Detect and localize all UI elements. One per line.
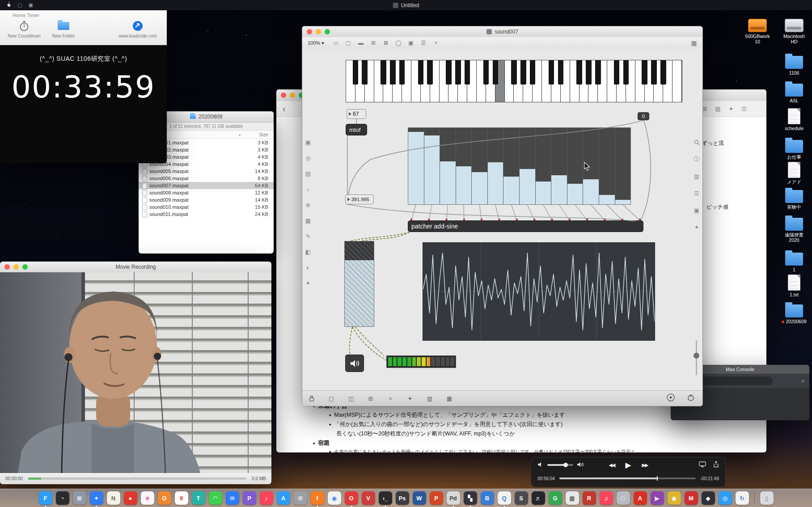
- zoom-dropdown[interactable]: 100% ▾: [302, 40, 328, 46]
- screen-icon[interactable]: ▢: [327, 394, 335, 402]
- toggle-icon[interactable]: ⊠: [382, 39, 390, 47]
- speaker-palette-icon[interactable]: ◧: [304, 248, 312, 256]
- piano-black-key[interactable]: [511, 60, 517, 84]
- finder-file-row[interactable]: sound008.maxpat12 KB: [139, 189, 274, 196]
- gain-fader[interactable]: [344, 241, 374, 327]
- dock-app-teal[interactable]: T: [192, 491, 205, 505]
- startwindow-speaker-button[interactable]: [345, 355, 364, 372]
- menu-extra-icon[interactable]: ▣: [28, 2, 33, 8]
- dock-terminal[interactable]: ›_: [379, 491, 392, 505]
- play-button[interactable]: ▶: [625, 461, 631, 470]
- button-icon[interactable]: ◯: [394, 39, 402, 47]
- audio-objects-icon[interactable]: ♪: [304, 185, 312, 193]
- dock-app-dark2[interactable]: S: [515, 491, 528, 505]
- dock-app-red[interactable]: ●: [124, 491, 137, 505]
- piano-black-key[interactable]: [530, 60, 536, 84]
- dock-quicktime[interactable]: Q: [498, 491, 511, 505]
- kslider-keyboard[interactable]: [346, 60, 682, 102]
- dock-mail[interactable]: ✉: [226, 491, 239, 505]
- recording-progress-bar[interactable]: [28, 477, 246, 480]
- piano-black-key[interactable]: [455, 60, 461, 84]
- message-box-icon[interactable]: ▬: [357, 39, 365, 47]
- dock-music[interactable]: ♪: [260, 491, 273, 505]
- desktop-icon-enkaku-jugyou[interactable]: 遠隔授業 2020: [778, 215, 810, 243]
- panel-icon[interactable]: ☰: [419, 39, 427, 47]
- dock-app-green[interactable]: G: [549, 491, 562, 505]
- dock-clock-app[interactable]: ◔: [56, 491, 69, 505]
- piano-black-key[interactable]: [642, 60, 647, 84]
- desktop-icon-meado[interactable]: メアド: [778, 162, 810, 185]
- traffic-lights[interactable]: [4, 264, 28, 270]
- grid-toggle-icon[interactable]: ▦: [690, 39, 698, 47]
- multislider[interactable]: [408, 127, 631, 205]
- favorites-icon[interactable]: ✦: [304, 279, 312, 287]
- website-link[interactable]: www.kiadcode.com: [113, 19, 162, 38]
- piano-black-key[interactable]: [381, 60, 386, 84]
- run-button[interactable]: [667, 393, 675, 403]
- new-countdown-button[interactable]: New Countdown: [4, 19, 44, 38]
- dock-app-store[interactable]: A: [277, 491, 290, 505]
- dock-calendar[interactable]: 9: [175, 491, 188, 505]
- video-progress-bar[interactable]: [559, 477, 696, 479]
- piano-black-key[interactable]: [651, 60, 657, 84]
- annotation-icon[interactable]: ✎: [304, 232, 312, 240]
- piano-black-key[interactable]: [576, 60, 582, 84]
- dock-notes[interactable]: N: [107, 491, 120, 505]
- grid-icon[interactable]: ⊞: [367, 394, 375, 402]
- add-object-icon[interactable]: +: [432, 39, 440, 47]
- dock-photoshop[interactable]: Ps: [396, 491, 409, 505]
- dock-launchpad[interactable]: ⊞: [73, 491, 86, 505]
- piano-black-key[interactable]: [595, 60, 601, 84]
- piano-black-key[interactable]: [362, 60, 368, 84]
- dock-app-gray[interactable]: □: [617, 491, 630, 505]
- sidebar-zoom-knob[interactable]: [694, 353, 699, 359]
- desktop-icon-macintosh-hd[interactable]: Macintosh HD: [778, 16, 810, 44]
- finder-file-row[interactable]: sound009.maxpat14 KB: [139, 196, 274, 203]
- dock-app-v[interactable]: V: [362, 491, 375, 505]
- dock-app-purple[interactable]: P: [243, 491, 256, 505]
- piano-black-key[interactable]: [586, 60, 592, 84]
- dock-opera[interactable]: O: [345, 491, 358, 505]
- dock-finder[interactable]: F: [39, 491, 52, 505]
- dock-system-preferences[interactable]: ⚙: [294, 491, 307, 505]
- dock-firefox[interactable]: f: [311, 491, 324, 505]
- dock-safari[interactable]: ✦: [90, 491, 103, 505]
- piano-white-key[interactable]: [672, 60, 682, 102]
- airplay-icon[interactable]: [699, 461, 706, 469]
- presentation-icon[interactable]: ◫: [347, 394, 355, 402]
- dock-sync-app[interactable]: ↻: [736, 491, 749, 505]
- dock-powerpoint[interactable]: P: [430, 491, 443, 505]
- ui-objects-icon[interactable]: ▤: [304, 169, 312, 177]
- column-size[interactable]: Size: [259, 132, 274, 137]
- desktop-icon-jikkenchu[interactable]: 実験中: [778, 187, 810, 210]
- dock-audio-app[interactable]: ♬: [532, 491, 545, 505]
- patch-cords-icon[interactable]: ≈: [386, 394, 394, 402]
- piano-black-key[interactable]: [549, 60, 554, 84]
- menu-icon[interactable]: ☰: [741, 106, 747, 112]
- desktop-icon-asl[interactable]: ASL: [778, 80, 810, 103]
- wrench-icon[interactable]: ✦: [406, 394, 414, 402]
- volume-min-icon[interactable]: [537, 461, 544, 469]
- globe-icon[interactable]: ◐: [304, 263, 312, 271]
- bookmark-icon[interactable]: ✦: [728, 106, 733, 112]
- piano-black-key[interactable]: [390, 60, 396, 84]
- desktop-icon-schedule[interactable]: schedule: [778, 108, 810, 131]
- desktop-icon-20200609[interactable]: 20200609: [778, 301, 810, 324]
- volume-max-icon[interactable]: [577, 461, 584, 469]
- apple-menu-icon[interactable]: [5, 1, 11, 9]
- mtof-object[interactable]: mtof: [346, 124, 367, 135]
- desktop-icon-one[interactable]: 1: [778, 249, 810, 272]
- dock-browser-app[interactable]: ◎: [719, 491, 732, 505]
- traffic-lights[interactable]: [281, 93, 304, 98]
- piano-black-key[interactable]: [614, 60, 620, 84]
- dock-messages[interactable]: ◠: [209, 491, 222, 505]
- filters-icon[interactable]: ✦: [693, 223, 701, 231]
- piano-black-key[interactable]: [623, 60, 629, 84]
- dock-app-blue2[interactable]: B: [481, 491, 494, 505]
- dock-trash[interactable]: ▯: [760, 491, 774, 505]
- dock-app-red2[interactable]: R: [583, 491, 596, 505]
- piano-black-key[interactable]: [353, 60, 359, 84]
- frequency-number-box[interactable]: 391.995: [345, 194, 374, 204]
- piano-black-key[interactable]: [418, 60, 424, 84]
- dock-app-orange[interactable]: O: [158, 491, 171, 505]
